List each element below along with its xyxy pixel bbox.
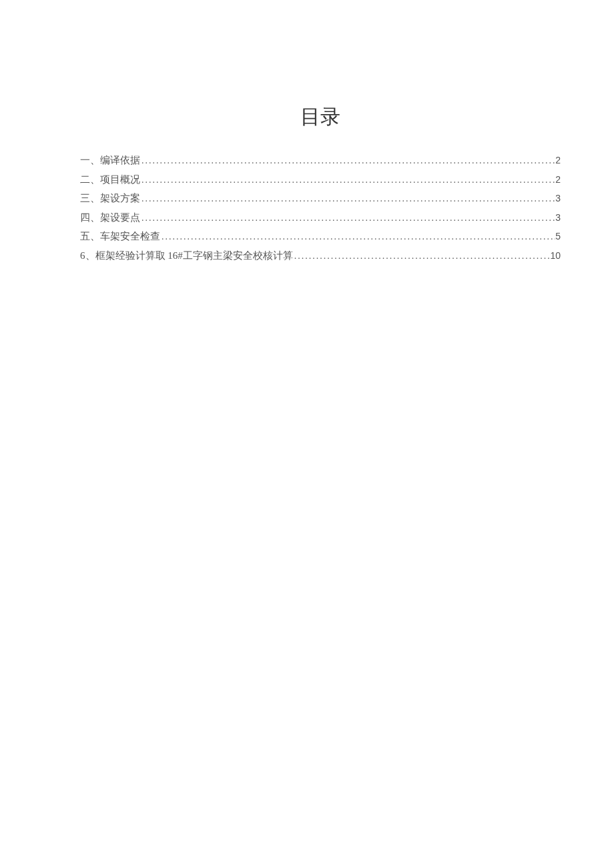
toc-dots xyxy=(293,248,551,264)
toc-entry: 二、项目概况 2 xyxy=(80,171,561,189)
toc-entry-page: 3 xyxy=(555,191,561,207)
document-page: 目录 一、编译依据 2 二、项目概况 2 三、架设方案 3 四、架设要点 3 五… xyxy=(0,0,614,264)
toc-entry-page: 5 xyxy=(555,229,561,245)
toc-entry: 一、编译依据 2 xyxy=(80,152,561,169)
toc-entry-page: 3 xyxy=(555,210,561,226)
toc-entry-page: 2 xyxy=(555,153,561,169)
toc-entry: 6、框架经验计算取 16#工字钢主梁安全校核计算 10 xyxy=(80,248,561,265)
toc-dots xyxy=(140,172,555,188)
toc-entry-page: 2 xyxy=(555,172,561,188)
toc-dots xyxy=(140,210,555,226)
toc-entry-page: 10 xyxy=(550,248,561,264)
toc-dots xyxy=(160,229,555,245)
toc-entry-label: 6、框架经验计算取 16#工字钢主梁安全校核计算 xyxy=(80,248,293,265)
toc-title: 目录 xyxy=(80,103,561,131)
toc-entry: 四、架设要点 3 xyxy=(80,209,561,227)
toc-entry-label: 二、项目概况 xyxy=(80,171,140,189)
toc-entry-label: 三、架设方案 xyxy=(80,190,140,207)
toc-entry: 五、车架安全检查 5 xyxy=(80,228,561,246)
toc-entry-label: 四、架设要点 xyxy=(80,209,140,227)
table-of-contents: 一、编译依据 2 二、项目概况 2 三、架设方案 3 四、架设要点 3 五、车架… xyxy=(80,152,561,264)
toc-entry-label: 五、车架安全检查 xyxy=(80,228,160,246)
toc-entry: 三、架设方案 3 xyxy=(80,190,561,207)
toc-dots xyxy=(140,153,555,169)
toc-entry-label: 一、编译依据 xyxy=(80,152,140,169)
toc-dots xyxy=(140,191,555,207)
